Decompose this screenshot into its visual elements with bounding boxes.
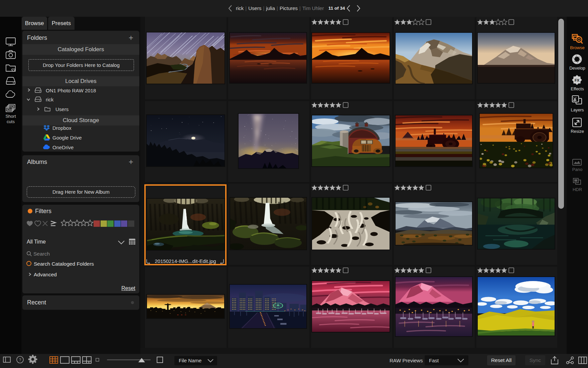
svg-text:FX: FX	[575, 78, 580, 82]
